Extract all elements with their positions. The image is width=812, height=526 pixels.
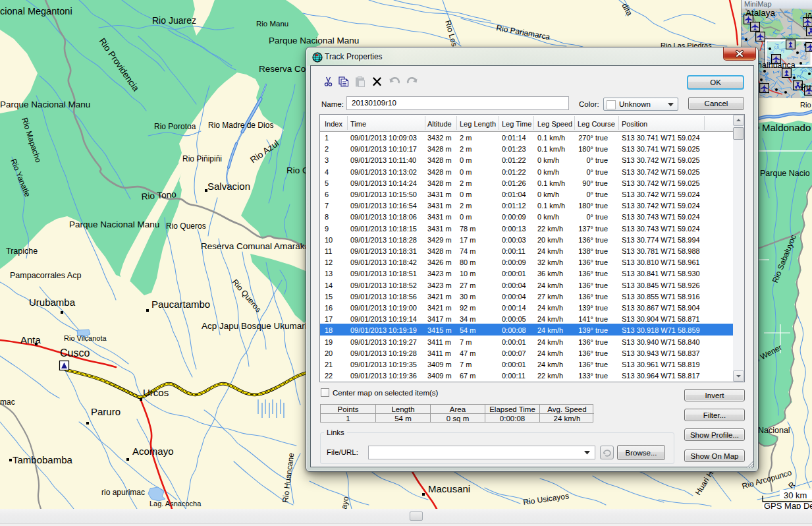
svg-text:Tambobamba: Tambobamba: [13, 454, 73, 465]
svg-text:GPS Map De: GPS Map De: [764, 501, 812, 509]
svg-text:Rio Madre de Dios: Rio Madre de Dios: [208, 121, 273, 130]
svg-text:Rio Queros: Rio Queros: [166, 221, 206, 231]
svg-text:Acomayo: Acomayo: [132, 446, 174, 457]
svg-text:halhuanca: halhuanca: [757, 61, 796, 70]
svg-text:Rio Porotoa: Rio Porotoa: [154, 122, 196, 131]
svg-text:Urcos: Urcos: [143, 387, 169, 398]
svg-text:Macusani: Macusani: [428, 483, 470, 494]
svg-text:Parque Nacio: Parque Nacio: [760, 169, 810, 178]
svg-text:Maldonado: Maldonado: [762, 122, 811, 133]
svg-text:Pu: Pu: [800, 82, 811, 92]
svg-text:Reserva Comunal Amarakaeri: Reserva Comunal Amarakaeri: [201, 241, 319, 251]
svg-text:rio apurimac: rio apurimac: [101, 488, 145, 497]
svg-text:Salvacion: Salvacion: [207, 181, 250, 192]
svg-text:Parque Nacional Manu: Parque Nacional Manu: [0, 100, 90, 109]
svg-text:Urubamba: Urubamba: [29, 297, 76, 308]
svg-text:Acp Japu Bosque Ukumari: Acp Japu Bosque Ukumari: [202, 321, 307, 331]
svg-text:30 km: 30 km: [784, 490, 807, 500]
svg-text:Iñ: Iñ: [805, 12, 812, 21]
svg-text:Pampacorrales Acp: Pampacorrales Acp: [10, 271, 81, 280]
svg-text:Paucartambo: Paucartambo: [151, 299, 210, 310]
svg-text:Parque Nacional Manu: Parque Nacional Manu: [269, 36, 359, 45]
svg-text:Atalaya: Atalaya: [745, 9, 776, 18]
svg-text:Paruro: Paruro: [91, 406, 121, 417]
svg-text:Cusco: Cusco: [60, 347, 90, 359]
svg-text:Rio Piñipiñi: Rio Piñipiñi: [182, 154, 222, 163]
svg-text:mac: mac: [0, 397, 15, 407]
svg-text:Rio: Rio: [800, 101, 811, 109]
svg-text:Rio Vilcanota: Rio Vilcanota: [64, 334, 107, 342]
svg-text:Rio Manu: Rio Manu: [256, 20, 288, 28]
svg-text:Nacional: Nacional: [758, 426, 790, 435]
svg-text:Trapiche: Trapiche: [6, 247, 38, 256]
svg-text:Rio Juarez: Rio Juarez: [152, 15, 196, 26]
svg-text:Lag. Asnacocha: Lag. Asnacocha: [149, 500, 202, 508]
svg-text:Reserva Co: Reserva Co: [259, 64, 306, 74]
svg-text:Parque Nacional Manu: Parque Nacional Manu: [69, 219, 159, 229]
svg-text:cional Megantoni: cional Megantoni: [0, 6, 72, 16]
svg-text:Anta: Anta: [20, 334, 41, 345]
